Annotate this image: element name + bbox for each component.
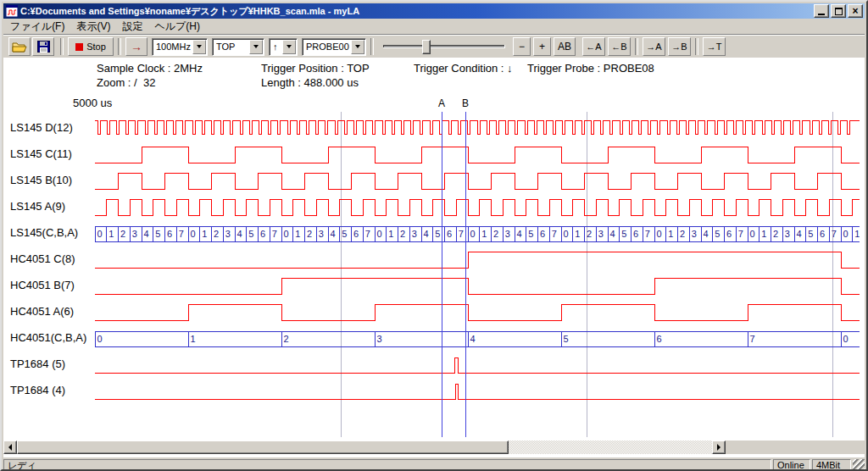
cursor-b-label: B xyxy=(462,97,469,109)
zoom-slider-thumb[interactable] xyxy=(422,40,431,54)
signal-row-2: LS145 B(10) xyxy=(3,168,865,194)
signal-row-1: LS145 C(11) xyxy=(3,141,865,168)
svg-text:4: 4 xyxy=(144,229,149,239)
svg-text:5: 5 xyxy=(435,229,440,239)
svg-text:4: 4 xyxy=(517,229,522,239)
svg-text:0: 0 xyxy=(284,229,289,239)
save-icon xyxy=(37,41,50,53)
svg-text:1: 1 xyxy=(668,229,673,239)
menu-file[interactable]: ファイル(F) xyxy=(4,18,70,36)
svg-text:1: 1 xyxy=(295,229,300,239)
zoom-slider-track xyxy=(383,45,505,48)
svg-text:7: 7 xyxy=(459,229,464,239)
timebase-label: 5000 us xyxy=(73,97,112,109)
svg-text:6: 6 xyxy=(726,229,732,239)
svg-text:6: 6 xyxy=(540,229,545,239)
run-button[interactable]: → xyxy=(125,37,147,56)
zoom-out-button[interactable]: − xyxy=(513,37,531,56)
waveform-area[interactable]: 5000 us LS145 D(12)LS145 C(11)LS145 B(10… xyxy=(3,95,865,441)
toolbar-separator xyxy=(635,38,638,55)
menu-settings[interactable]: 設定 xyxy=(116,18,148,36)
svg-text:0: 0 xyxy=(657,229,662,239)
scroll-left-button[interactable] xyxy=(3,441,17,454)
signal-row-8: HC4051(C,B,A)012345670 xyxy=(3,325,865,352)
run-arrow-icon: → xyxy=(131,41,142,53)
cursor-b-line[interactable] xyxy=(465,112,466,437)
trigger-position-select[interactable]: TOP xyxy=(212,38,264,56)
maximize-button[interactable] xyxy=(831,4,846,18)
svg-text:5: 5 xyxy=(564,334,569,344)
svg-text:1: 1 xyxy=(202,229,207,239)
trigger-edge-select[interactable]: ↑ xyxy=(269,38,298,56)
svg-text:7: 7 xyxy=(738,229,743,239)
ab-span-button[interactable]: AB xyxy=(554,37,576,56)
svg-text:6: 6 xyxy=(447,229,452,239)
toolbar-separator xyxy=(370,38,374,55)
svg-text:4: 4 xyxy=(424,229,429,239)
svg-text:6: 6 xyxy=(633,229,638,239)
svg-text:2: 2 xyxy=(214,229,219,239)
signal-trace: 0123456701234567012345670123456701234567… xyxy=(95,220,860,247)
scroll-right-button[interactable] xyxy=(712,441,726,454)
stop-button[interactable]: Stop xyxy=(68,37,114,56)
save-button[interactable] xyxy=(32,37,54,56)
svg-text:6: 6 xyxy=(820,229,825,239)
close-icon: × xyxy=(852,7,858,16)
signal-label: HC4051 A(6) xyxy=(3,299,95,325)
svg-text:2: 2 xyxy=(680,229,685,239)
probe-select[interactable]: PROBE00 xyxy=(302,38,366,56)
svg-text:0: 0 xyxy=(843,229,849,239)
probe-value: PROBE00 xyxy=(303,42,351,52)
signal-label: LS145 C(11) xyxy=(3,141,95,168)
status-message: レディ xyxy=(3,459,771,471)
signal-rows: LS145 D(12)LS145 C(11)LS145 B(10)LS145 A… xyxy=(3,115,865,404)
signal-label: TP1684 (5) xyxy=(3,352,95,378)
svg-text:0: 0 xyxy=(97,229,103,239)
svg-text:0: 0 xyxy=(97,334,103,344)
scroll-right-icon xyxy=(717,444,724,451)
status-memory: 4MBit xyxy=(812,459,851,471)
svg-text:0: 0 xyxy=(843,334,849,344)
minimize-icon xyxy=(818,14,825,15)
svg-text:5: 5 xyxy=(342,229,347,239)
svg-text:7: 7 xyxy=(832,229,837,239)
minimize-button[interactable] xyxy=(814,4,829,18)
svg-text:7: 7 xyxy=(365,229,370,239)
signal-trace xyxy=(95,168,860,194)
zoom-slider[interactable] xyxy=(381,37,507,56)
clock-select[interactable]: 100MHz xyxy=(152,38,208,56)
menu-help[interactable]: ヘルプ(H) xyxy=(148,18,206,36)
toolbar-separator xyxy=(60,38,64,55)
scrollbar-track[interactable] xyxy=(17,441,712,454)
trigger-edge-dropdown-arrow-icon xyxy=(282,40,296,54)
svg-text:5: 5 xyxy=(248,229,253,239)
probe-dropdown-arrow-icon xyxy=(351,40,364,54)
scrollbar-thumb[interactable] xyxy=(17,441,509,454)
svg-text:3: 3 xyxy=(505,229,510,239)
svg-text:7: 7 xyxy=(645,229,650,239)
jump-a-left-button[interactable]: ←A xyxy=(582,37,605,56)
jump-a-right-button[interactable]: →A xyxy=(643,37,665,56)
resize-grip[interactable] xyxy=(853,459,865,471)
window-title: C:¥Documents and Settings¥noname¥デスクトップ¥… xyxy=(20,5,812,18)
svg-text:5: 5 xyxy=(808,229,813,239)
zoom-in-button[interactable]: + xyxy=(533,37,551,56)
toolbar-separator xyxy=(695,38,698,55)
open-file-button[interactable] xyxy=(8,37,31,56)
signal-trace xyxy=(95,273,860,299)
menu-view[interactable]: 表示(V) xyxy=(70,18,116,36)
svg-text:1: 1 xyxy=(388,229,393,239)
cursor-a-line[interactable] xyxy=(442,112,442,437)
svg-text:6: 6 xyxy=(657,334,662,344)
signal-label: TP1684 (4) xyxy=(3,378,95,404)
svg-text:0: 0 xyxy=(564,229,569,239)
jump-trigger-button[interactable]: →T xyxy=(703,37,726,56)
jump-b-right-button[interactable]: →B xyxy=(668,37,691,56)
svg-text:7: 7 xyxy=(750,334,755,344)
close-button[interactable]: × xyxy=(848,4,863,18)
zoom-label: Zoom : / 32 xyxy=(97,76,155,89)
capture-info: Sample Clock : 2MHz Trigger Position : T… xyxy=(3,58,865,93)
signal-trace xyxy=(95,115,860,141)
app-icon xyxy=(6,5,18,17)
jump-b-left-button[interactable]: ←B xyxy=(608,37,631,56)
